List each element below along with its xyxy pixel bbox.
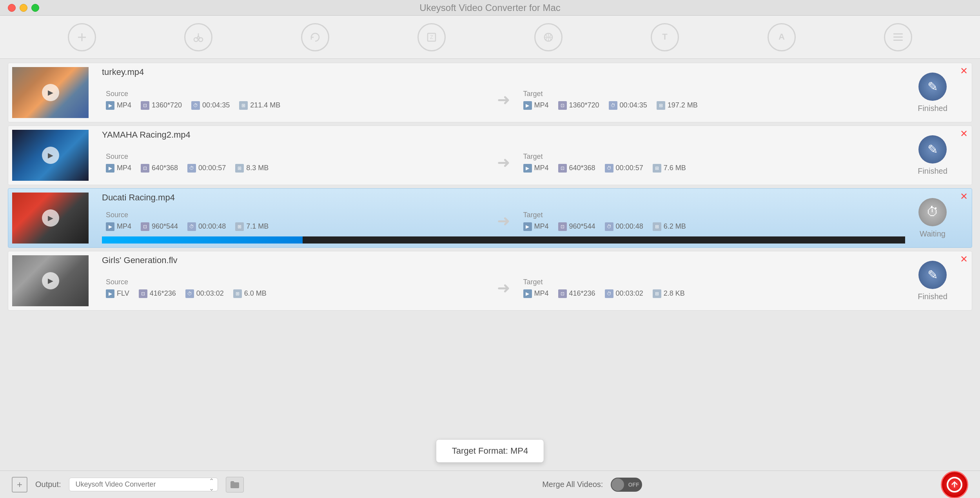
- screen-icon: ⊡: [141, 222, 149, 231]
- toolbar-effects[interactable]: [534, 23, 563, 51]
- output-path-input[interactable]: [69, 478, 218, 491]
- output-label: Output:: [35, 480, 61, 489]
- screen-icon-t: ⊡: [558, 101, 567, 110]
- video-filename-yamaha: YAMAHA Racing2.mp4: [102, 130, 905, 140]
- add-file-button[interactable]: +: [12, 477, 27, 493]
- title-bar: Ukeysoft Video Converter for Mac: [0, 0, 980, 16]
- size-icon-t: ⊞: [653, 289, 661, 298]
- finished-icon: [918, 261, 947, 289]
- screen-icon-t: ⊡: [558, 222, 567, 231]
- toolbar-watermark[interactable]: A: [768, 23, 796, 51]
- play-button-turkey[interactable]: ▶: [42, 84, 59, 101]
- merge-toggle[interactable]: OFF: [611, 478, 642, 492]
- remove-video-turkey[interactable]: ✕: [960, 66, 968, 76]
- remove-video-yamaha[interactable]: ✕: [960, 129, 968, 138]
- tgt-res-turkey: ⊡ 1360*720: [558, 101, 599, 110]
- tgt-dur-turkey: ⏱ 00:04:35: [609, 101, 647, 110]
- video-filename-ducati: Ducati Racing.mp4: [102, 193, 905, 203]
- toolbar-settings[interactable]: [884, 23, 912, 51]
- source-target-row-ducati: Source ▶ MP4 ⊡ 960*544 ⏱: [102, 207, 905, 235]
- toggle-switch[interactable]: OFF: [611, 478, 642, 492]
- compress-icon: Z: [417, 23, 446, 51]
- status-text-yamaha: Finished: [918, 167, 947, 176]
- traffic-lights: [8, 4, 39, 12]
- target-values-girls: ▶ MP4 ⊡ 416*236 ⏱ 00:03:02: [523, 289, 902, 298]
- video-thumbnail-turkey[interactable]: ▶: [12, 67, 89, 118]
- source-values-yamaha: ▶ MP4 ⊡ 640*368 ⏱ 00:00:57: [106, 164, 484, 173]
- settings-icon: [884, 23, 912, 51]
- tgt-format-girls: ▶ MP4: [523, 289, 549, 298]
- toolbar-compress[interactable]: Z: [417, 23, 446, 51]
- scissors-icon: [184, 23, 212, 51]
- film-icon-t: ▶: [523, 222, 532, 231]
- maximize-button[interactable]: [31, 4, 39, 12]
- toggle-knob: [612, 478, 624, 491]
- play-button-girls[interactable]: ▶: [42, 272, 59, 289]
- arrow-right-icon: ➜: [497, 153, 510, 171]
- toolbar-subtitle[interactable]: T: [651, 23, 679, 51]
- video-item-girls[interactable]: ✕ ▶ Girls' Generation.flv Source ▶ FLV: [8, 251, 972, 311]
- close-button[interactable]: [8, 4, 16, 12]
- source-values-ducati: ▶ MP4 ⊡ 960*544 ⏱ 00:00:48: [106, 222, 484, 231]
- tgt-res-girls: ⊡ 416*236: [558, 289, 595, 298]
- tgt-size-ducati: ⊞ 6.2 MB: [653, 222, 686, 231]
- src-res-yamaha: ⊡ 640*368: [141, 164, 178, 173]
- remove-video-girls[interactable]: ✕: [960, 254, 968, 264]
- film-icon-t: ▶: [523, 164, 532, 173]
- film-icon: ▶: [106, 164, 114, 173]
- video-thumbnail-girls[interactable]: ▶: [12, 255, 89, 306]
- source-target-row-turkey: Source ▶ MP4 ⊡ 1360*720 ⏱: [102, 81, 905, 118]
- toolbar-add[interactable]: [68, 23, 96, 51]
- content-area: ✕ ▶ turkey.mp4 Source ▶ MP4: [0, 59, 980, 471]
- convert-icon: [947, 477, 962, 493]
- convert-button[interactable]: [941, 471, 968, 498]
- toolbar: Z T A: [0, 16, 980, 59]
- target-label-yamaha: Target: [523, 153, 902, 161]
- src-format-turkey: ▶ MP4: [106, 101, 131, 110]
- browse-output-button[interactable]: [226, 477, 244, 493]
- finished-icon: [918, 135, 947, 164]
- screen-icon: ⊡: [141, 164, 149, 173]
- source-target-row-girls: Source ▶ FLV ⊡ 416*236 ⏱: [102, 269, 905, 306]
- video-item-turkey[interactable]: ✕ ▶ turkey.mp4 Source ▶ MP4: [8, 63, 972, 122]
- status-area-turkey: Finished: [905, 67, 968, 118]
- remove-video-ducati[interactable]: ✕: [960, 192, 968, 201]
- tgt-dur-yamaha: ⏱ 00:00:57: [605, 164, 643, 173]
- target-values-turkey: ▶ MP4 ⊡ 1360*720 ⏱ 00:04:35: [523, 101, 902, 110]
- target-section-turkey: Target ▶ MP4 ⊡ 1360*720 ⏱: [519, 90, 906, 110]
- video-item-ducati[interactable]: ✕ ▶ Ducati Racing.mp4 Source ▶ MP4: [8, 188, 972, 248]
- toolbar-edit[interactable]: [184, 23, 212, 51]
- clock-icon: ⏱: [185, 289, 194, 298]
- svg-text:T: T: [662, 32, 668, 42]
- video-thumbnail-yamaha[interactable]: ▶: [12, 130, 89, 181]
- output-select-wrapper[interactable]: ⌃⌄: [69, 478, 218, 491]
- video-thumbnail-ducati[interactable]: ▶: [12, 193, 89, 244]
- source-label-girls: Source: [106, 278, 484, 286]
- src-format-ducati: ▶ MP4: [106, 222, 131, 231]
- src-dur-girls: ⏱ 00:03:02: [185, 289, 224, 298]
- play-button-ducati[interactable]: ▶: [42, 209, 59, 227]
- size-icon: ⊞: [233, 289, 242, 298]
- screen-icon: ⊡: [141, 101, 149, 110]
- play-button-yamaha[interactable]: ▶: [42, 147, 59, 164]
- tgt-size-turkey: ⊞ 197.2 MB: [657, 101, 698, 110]
- tgt-size-girls: ⊞ 2.8 KB: [653, 289, 685, 298]
- screen-icon-t: ⊡: [558, 164, 567, 173]
- src-size-turkey: ⊞ 211.4 MB: [239, 101, 280, 110]
- video-item-yamaha[interactable]: ✕ ▶ YAMAHA Racing2.mp4 Source ▶ MP4: [8, 125, 972, 185]
- target-section-yamaha: Target ▶ MP4 ⊡ 640*368 ⏱: [519, 153, 906, 173]
- src-size-yamaha: ⊞ 8.3 MB: [235, 164, 269, 173]
- film-icon: ▶: [106, 222, 114, 231]
- src-format-girls: ▶ FLV: [106, 289, 129, 298]
- target-label-turkey: Target: [523, 90, 902, 98]
- minimize-button[interactable]: [20, 4, 27, 12]
- finished-icon: [918, 73, 947, 101]
- source-section-turkey: Source ▶ MP4 ⊡ 1360*720 ⏱: [102, 90, 488, 110]
- source-target-row-yamaha: Source ▶ MP4 ⊡ 640*368 ⏱: [102, 144, 905, 181]
- status-text-ducati: Waiting: [920, 229, 946, 238]
- subtitle-icon: T: [651, 23, 679, 51]
- add-icon: [68, 23, 96, 51]
- arrow-right-icon: ➜: [497, 279, 510, 297]
- toolbar-convert[interactable]: [301, 23, 329, 51]
- clock-icon-t: ⏱: [609, 101, 617, 110]
